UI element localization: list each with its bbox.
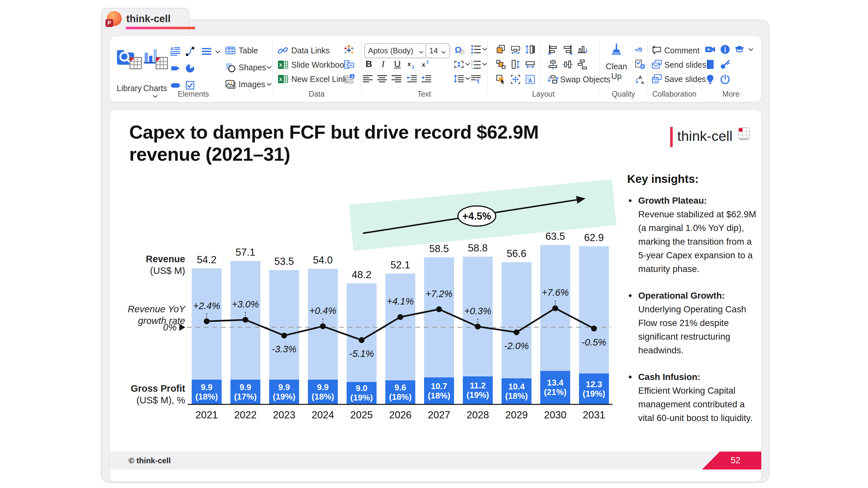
tableau-link-button[interactable]: [343, 44, 354, 55]
list-item: Operational Growth: Underlying Operating…: [638, 289, 758, 357]
chevron-down-icon[interactable]: [266, 64, 272, 71]
font-name-select[interactable]: Aptos (Body): [364, 43, 428, 58]
key-insights-panel[interactable]: Key insights: Growth Plateau: Revenue st…: [627, 172, 758, 438]
text-link-button[interactable]: A: [343, 73, 354, 85]
paragraph-marks-button[interactable]: ¶: [470, 73, 482, 84]
bullet-list-button[interactable]: [470, 44, 482, 55]
align-left-objects-button[interactable]: [548, 44, 558, 55]
tab-label: think-cell: [126, 13, 170, 25]
bring-forward-button[interactable]: [495, 44, 506, 55]
chevron-down-icon[interactable]: [464, 61, 471, 67]
send-slides-icon: [651, 59, 662, 70]
connector-element-button[interactable]: [185, 46, 195, 57]
table-button[interactable]: Table: [239, 46, 258, 55]
license-key-button[interactable]: [720, 59, 731, 70]
pie-element-button[interactable]: [185, 63, 195, 74]
translate-case-button[interactable]: AA: [634, 74, 646, 85]
revenue-value-label: 56.6: [494, 248, 539, 260]
stretch-height-button[interactable]: [525, 44, 536, 55]
special-character-button[interactable]: Ω: [453, 44, 464, 55]
chevron-down-icon[interactable]: [482, 61, 488, 67]
new-excel-link-button[interactable]: New Excel Link: [291, 74, 347, 84]
info-button[interactable]: [720, 44, 731, 55]
tag-element-button[interactable]: [170, 63, 181, 74]
underline-button[interactable]: U: [391, 58, 404, 71]
list-menu-button[interactable]: [200, 46, 213, 57]
data-links-button[interactable]: Data Links: [291, 46, 330, 55]
svg-text:A: A: [641, 80, 644, 85]
checkbox-element-button[interactable]: [185, 80, 195, 91]
svg-text:1: 1: [471, 60, 472, 63]
chevron-down-icon[interactable]: [464, 75, 471, 82]
growth-point-label: +0.3%: [452, 306, 504, 317]
broom-icon: [609, 43, 624, 58]
font-size-select[interactable]: 14: [425, 43, 450, 58]
insights-list: Growth Plateau: Revenue stabilized at $6…: [627, 194, 758, 425]
ribbon-group-elements: Library Charts A Table Shapes: [114, 36, 272, 102]
workbook-link-button[interactable]: [343, 59, 354, 70]
shapes-icon: [225, 62, 236, 73]
indent-button[interactable]: [421, 73, 432, 84]
svg-text:x: x: [422, 62, 425, 68]
align-vmiddle-objects-button[interactable]: [562, 59, 573, 70]
text-box-element-button[interactable]: A: [170, 46, 181, 57]
revenue-value-label: 54.0: [300, 254, 346, 266]
outdent-button[interactable]: [406, 73, 417, 84]
shapes-button[interactable]: Shapes: [239, 63, 266, 72]
manual-button[interactable]: [705, 59, 716, 70]
training-button[interactable]: [734, 44, 745, 55]
align-hcenter-objects-button[interactable]: [548, 59, 558, 70]
deactivate-button[interactable]: [720, 74, 731, 85]
excel-icon: X: [277, 59, 288, 70]
growth-point-label: +7.6%: [529, 287, 581, 298]
ribbon-group-text: Aptos (Body) 14 Ω B I U x2 x2 123: [361, 36, 487, 102]
decimal-check-button[interactable]: •/9: [634, 44, 646, 55]
italic-button[interactable]: I: [377, 58, 390, 71]
stretch-width-button[interactable]: [510, 44, 521, 55]
clean-up-button[interactable]: Clean Up: [599, 62, 633, 81]
library-button[interactable]: Library: [116, 45, 142, 93]
text-placeholder-button[interactable]: A: [525, 74, 536, 85]
svg-text:+4.5%: +4.5%: [463, 210, 491, 222]
svg-text:x: x: [407, 61, 411, 67]
distribute-objects-button[interactable]: [577, 59, 588, 70]
autofit-button[interactable]: [453, 59, 464, 70]
align-center-button[interactable]: [377, 73, 388, 84]
chevron-down-icon[interactable]: [748, 46, 754, 53]
save-slides-button[interactable]: Save slides: [664, 74, 706, 84]
numbered-list-button[interactable]: 123: [470, 59, 482, 70]
page-number-badge[interactable]: 52: [702, 452, 761, 469]
slide-canvas[interactable]: Capex to dampen FCF but drive record $62…: [110, 110, 762, 482]
align-left-button[interactable]: [362, 73, 373, 84]
select-objects-button[interactable]: [495, 74, 506, 85]
chevron-down-icon[interactable]: [482, 46, 488, 53]
proofing-button[interactable]: [634, 59, 646, 70]
line-spacing-button[interactable]: [453, 73, 464, 84]
thinkcell-ribbon-tab[interactable]: P think-cell: [101, 8, 189, 33]
growth-point-label: +7.2%: [413, 289, 465, 299]
ribbon: Library Charts A Table Shapes: [110, 36, 762, 102]
fit-width-button[interactable]: [525, 59, 536, 70]
tips-button[interactable]: [705, 74, 716, 85]
chevron-down-icon[interactable]: [215, 48, 221, 55]
center-object-button[interactable]: [510, 74, 521, 85]
chevron-down-icon[interactable]: [266, 81, 272, 88]
data-group-label: Data: [272, 90, 361, 99]
bold-button[interactable]: B: [362, 58, 375, 71]
align-right-objects-button[interactable]: [562, 44, 573, 55]
slide-workbook-button[interactable]: Slide Workbook: [291, 60, 348, 70]
send-backward-button[interactable]: [495, 59, 506, 70]
fit-height-button[interactable]: [510, 59, 521, 70]
rounded-rect-element-button[interactable]: [170, 80, 181, 91]
superscript-button[interactable]: x2: [421, 59, 432, 70]
align-right-button[interactable]: [391, 73, 402, 84]
comment-button[interactable]: Comment: [664, 46, 700, 55]
slide-footer: © think-cell 52: [110, 452, 761, 469]
images-button[interactable]: Images: [239, 80, 265, 89]
svg-text:X: X: [279, 62, 282, 68]
align-bottom-objects-button[interactable]: [577, 44, 588, 55]
video-tutorials-button[interactable]: [705, 44, 716, 55]
send-slides-button[interactable]: Send slides: [664, 60, 706, 70]
powerpoint-icon: P: [107, 11, 122, 26]
subscript-button[interactable]: x2: [406, 59, 417, 70]
